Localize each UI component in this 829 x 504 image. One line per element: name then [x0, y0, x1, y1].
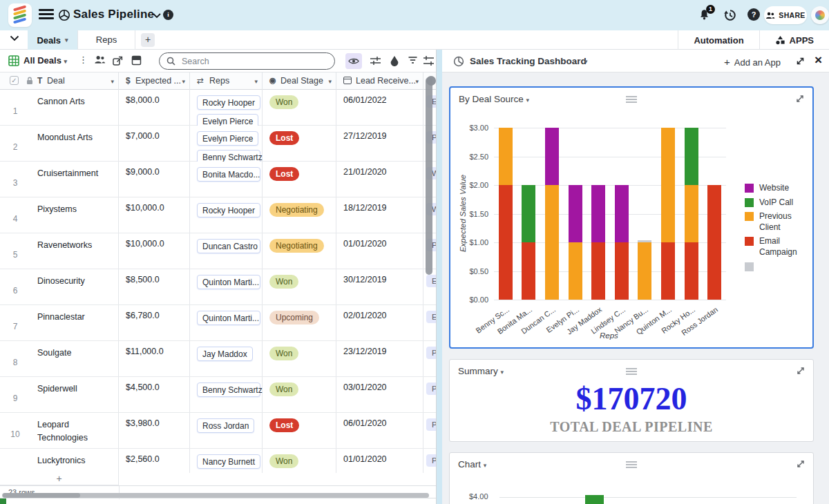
- column-caret-icon[interactable]: ▾: [254, 78, 258, 85]
- reps-cell[interactable]: Bonita Macdo...: [190, 162, 263, 197]
- dashboard-caret-icon[interactable]: ▾: [584, 58, 588, 65]
- column-header-deal-stage[interactable]: ◉ Deal Stage ▾: [263, 72, 336, 90]
- expected-value-cell[interactable]: $11,000.0: [119, 341, 190, 376]
- deal-name-cell[interactable]: Dinosecurity: [30, 269, 119, 304]
- deal-source-partial-cell[interactable]: P: [423, 449, 437, 473]
- deal-stage-cell[interactable]: Negotiating: [263, 197, 336, 233]
- column-header-expected[interactable]: $ Expected ... ▾: [119, 72, 190, 90]
- lead-received-cell[interactable]: 03/01/2020: [336, 377, 423, 412]
- table-row[interactable]: 9Spiderwell$4,500.0Benny SchwartzWon03/0…: [0, 377, 437, 413]
- expected-value-cell[interactable]: $7,000.0: [119, 126, 190, 161]
- sort-settings-icon[interactable]: [423, 55, 435, 66]
- horizontal-scrollbar[interactable]: [2, 493, 429, 498]
- reps-cell[interactable]: Nancy Burnett: [190, 449, 263, 473]
- deal-stage-cell[interactable]: Negotiating: [263, 233, 336, 269]
- column-caret-icon[interactable]: ▾: [182, 78, 185, 85]
- column-header-lead-received[interactable]: Lead Receive... ▾: [336, 72, 423, 90]
- widget-title[interactable]: Chart ▾: [458, 459, 486, 469]
- deal-stage-cell[interactable]: Won: [263, 377, 336, 412]
- widget-title[interactable]: Summary ▾: [458, 366, 504, 376]
- widget-drag-handle-icon[interactable]: [626, 368, 637, 376]
- vertical-scrollbar[interactable]: [426, 77, 432, 275]
- panel-divider[interactable]: [437, 50, 442, 504]
- deal-name-cell[interactable]: Ravenetworks: [30, 233, 119, 269]
- reps-cell[interactable]: Quinton Marti...: [190, 269, 263, 304]
- widget-expand-icon[interactable]: [797, 367, 805, 375]
- collaborators-icon[interactable]: [94, 55, 106, 64]
- reps-cell[interactable]: Benny Schwartz: [190, 377, 263, 412]
- table-row[interactable]: 8Soulgate$11,000.0Jay MaddoxWon23/12/201…: [0, 341, 437, 377]
- deal-name-cell[interactable]: Spiderwell: [30, 377, 119, 412]
- deal-name-cell[interactable]: Luckytronics: [30, 449, 119, 473]
- deal-stage-cell[interactable]: Lost: [263, 126, 336, 161]
- deal-stage-cell[interactable]: Won: [263, 449, 336, 473]
- deal-stage-cell[interactable]: Upcoming: [263, 305, 336, 340]
- column-header-reps[interactable]: ⇄ Reps ▾: [190, 72, 263, 90]
- user-avatar[interactable]: [811, 6, 829, 24]
- color-fill-icon[interactable]: [390, 55, 399, 66]
- widget-title[interactable]: By Deal Source ▾: [459, 94, 529, 104]
- deal-source-partial-cell[interactable]: P: [423, 377, 437, 412]
- share-button[interactable]: SHARE: [764, 6, 807, 24]
- filter-icon[interactable]: [408, 55, 418, 65]
- title-chevron-down-icon[interactable]: [153, 13, 161, 18]
- reps-cell[interactable]: Rocky Hooper: [190, 197, 263, 233]
- lead-received-cell[interactable]: 18/12/2019: [336, 197, 423, 233]
- deal-source-partial-cell[interactable]: P: [423, 413, 437, 448]
- table-row[interactable]: 1Cannon Arts$8,000.0Rocky HooperEvelyn P…: [0, 90, 437, 126]
- table-row[interactable]: Luckytronics$2,560.0Nancy BurnettWon01/0…: [0, 449, 437, 473]
- add-an-app-button[interactable]: +Add an App: [724, 56, 781, 68]
- reps-cell[interactable]: Jay Maddox: [190, 341, 263, 376]
- lead-received-cell[interactable]: 06/01/2020: [336, 413, 423, 448]
- widget-expand-icon[interactable]: [796, 95, 804, 103]
- search-input[interactable]: [180, 56, 318, 67]
- menu-icon[interactable]: [39, 9, 54, 21]
- expected-value-cell[interactable]: $8,500.0: [119, 269, 190, 304]
- lead-received-cell[interactable]: 23/12/2019: [336, 341, 423, 376]
- deal-stage-cell[interactable]: Won: [263, 341, 336, 376]
- reps-cell[interactable]: Ross Jordan: [190, 413, 263, 448]
- select-all-checkbox[interactable]: ✓: [10, 76, 19, 85]
- column-caret-icon[interactable]: ▾: [328, 78, 332, 85]
- expected-value-cell[interactable]: $10,000.0: [119, 233, 190, 269]
- expected-value-cell[interactable]: $2,560.0: [119, 449, 190, 473]
- expected-value-cell[interactable]: $10,000.0: [119, 197, 190, 233]
- app-logo-icon[interactable]: [8, 3, 32, 27]
- lead-received-cell[interactable]: 02/01/2020: [336, 305, 423, 340]
- deal-name-cell[interactable]: Leopard Technologies: [30, 413, 119, 448]
- expand-panel-icon[interactable]: [796, 57, 805, 66]
- form-view-icon[interactable]: [131, 55, 142, 66]
- expected-value-cell[interactable]: $8,000.0: [119, 90, 190, 125]
- table-row[interactable]: 3Cruisertainment$9,000.0Bonita Macdo...L…: [0, 162, 437, 197]
- reps-cell[interactable]: Quinton Marti...: [190, 305, 263, 340]
- lead-received-cell[interactable]: 01/01/2020: [336, 233, 423, 269]
- lead-received-cell[interactable]: 06/01/2022: [336, 90, 423, 125]
- deal-name-cell[interactable]: Moondust Arts: [30, 126, 119, 161]
- view-selector[interactable]: All Deals ▾: [23, 55, 67, 66]
- tab-deals[interactable]: Deals ▾: [28, 30, 77, 50]
- automation-button[interactable]: Automation: [678, 30, 759, 50]
- share-view-icon[interactable]: [112, 55, 124, 67]
- lead-received-cell[interactable]: 27/12/2019: [336, 126, 423, 161]
- expected-value-cell[interactable]: $3,980.0: [119, 413, 190, 448]
- add-table-button[interactable]: +: [141, 33, 155, 47]
- table-row[interactable]: 10Leopard Technologies$3,980.0Ross Jorda…: [0, 413, 437, 449]
- deal-stage-cell[interactable]: Lost: [263, 413, 336, 448]
- table-row[interactable]: 2Moondust Arts$7,000.0Evelyn PierceBenny…: [0, 126, 437, 162]
- column-header-deal[interactable]: ✓ T Deal ▾: [0, 72, 119, 90]
- table-row[interactable]: 7Pinnaclestar$6,780.0Quinton Marti...Upc…: [0, 305, 437, 341]
- deal-stage-cell[interactable]: Won: [263, 269, 336, 304]
- reps-cell[interactable]: Rocky HooperEvelyn Pierce: [190, 90, 263, 125]
- dashboard-title[interactable]: Sales Tracking Dashboard: [470, 56, 587, 66]
- notifications-bell-icon[interactable]: 1: [698, 8, 714, 22]
- info-icon[interactable]: i: [163, 10, 173, 20]
- column-caret-icon[interactable]: ▾: [111, 78, 114, 85]
- help-icon[interactable]: ?: [747, 8, 760, 21]
- expected-value-cell[interactable]: $4,500.0: [119, 377, 190, 412]
- lead-received-cell[interactable]: 01/01/2020: [336, 449, 423, 473]
- reps-cell[interactable]: Duncan Castro: [190, 233, 263, 269]
- lead-received-cell[interactable]: 21/01/2020: [336, 162, 423, 197]
- widget-chart[interactable]: Chart ▾ $4.00: [449, 452, 814, 504]
- tab-reps[interactable]: Reps: [77, 30, 135, 50]
- add-row-button[interactable]: +: [0, 473, 119, 485]
